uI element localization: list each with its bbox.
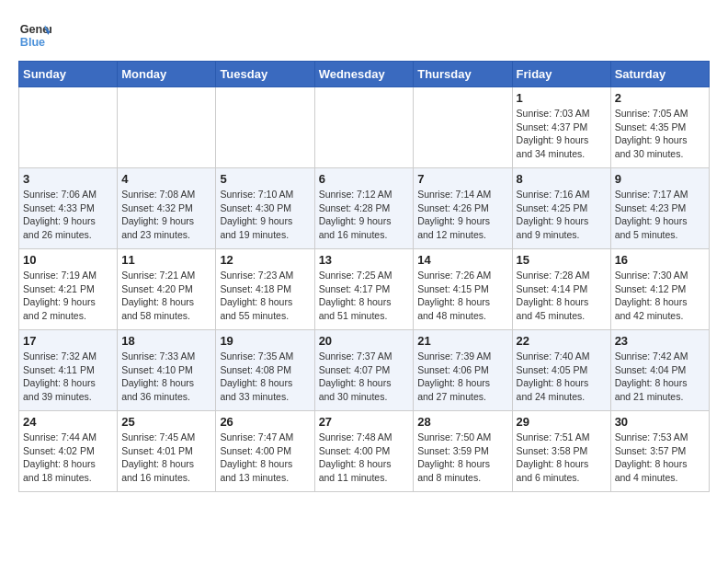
day-info: Sunrise: 7:51 AMSunset: 3:58 PMDaylight:…: [517, 431, 607, 485]
day-cell: 3Sunrise: 7:06 AMSunset: 4:33 PMDaylight…: [19, 168, 118, 249]
header-monday: Monday: [118, 62, 216, 87]
day-cell: 4Sunrise: 7:08 AMSunset: 4:32 PMDaylight…: [118, 168, 216, 249]
day-number: 26: [220, 415, 310, 429]
day-info: Sunrise: 7:17 AMSunset: 4:23 PMDaylight:…: [615, 188, 705, 242]
day-cell: 5Sunrise: 7:10 AMSunset: 4:30 PMDaylight…: [216, 168, 314, 249]
day-cell: 10Sunrise: 7:19 AMSunset: 4:21 PMDayligh…: [19, 249, 118, 330]
logo-icon: General Blue: [18, 18, 51, 52]
day-cell: 27Sunrise: 7:48 AMSunset: 4:00 PMDayligh…: [314, 411, 414, 492]
day-cell: 9Sunrise: 7:17 AMSunset: 4:23 PMDaylight…: [610, 168, 709, 249]
header-tuesday: Tuesday: [216, 62, 314, 87]
header-thursday: Thursday: [414, 62, 512, 87]
day-cell: 8Sunrise: 7:16 AMSunset: 4:25 PMDaylight…: [512, 168, 610, 249]
day-number: 10: [23, 253, 113, 267]
day-number: 17: [23, 334, 113, 348]
day-number: 6: [319, 172, 410, 186]
day-info: Sunrise: 7:37 AMSunset: 4:07 PMDaylight:…: [319, 350, 410, 404]
day-cell: [314, 87, 414, 168]
day-number: 8: [517, 172, 607, 186]
week-row-3: 17Sunrise: 7:32 AMSunset: 4:11 PMDayligh…: [19, 330, 710, 411]
day-cell: 17Sunrise: 7:32 AMSunset: 4:11 PMDayligh…: [19, 330, 118, 411]
day-cell: 18Sunrise: 7:33 AMSunset: 4:10 PMDayligh…: [118, 330, 216, 411]
day-cell: 23Sunrise: 7:42 AMSunset: 4:04 PMDayligh…: [610, 330, 709, 411]
day-info: Sunrise: 7:19 AMSunset: 4:21 PMDaylight:…: [23, 269, 113, 323]
day-info: Sunrise: 7:10 AMSunset: 4:30 PMDaylight:…: [220, 188, 310, 242]
day-info: Sunrise: 7:39 AMSunset: 4:06 PMDaylight:…: [417, 350, 507, 404]
day-info: Sunrise: 7:42 AMSunset: 4:04 PMDaylight:…: [615, 350, 705, 404]
calendar-table: SundayMondayTuesdayWednesdayThursdayFrid…: [18, 61, 710, 492]
week-row-2: 10Sunrise: 7:19 AMSunset: 4:21 PMDayligh…: [19, 249, 710, 330]
day-cell: [118, 87, 216, 168]
day-number: 25: [121, 415, 211, 429]
day-cell: 16Sunrise: 7:30 AMSunset: 4:12 PMDayligh…: [610, 249, 709, 330]
day-cell: 2Sunrise: 7:05 AMSunset: 4:35 PMDaylight…: [610, 87, 709, 168]
day-number: 13: [319, 253, 410, 267]
svg-text:Blue: Blue: [20, 36, 45, 49]
page-header: General Blue: [18, 18, 710, 52]
day-number: 24: [23, 415, 113, 429]
day-number: 14: [417, 253, 507, 267]
week-row-1: 3Sunrise: 7:06 AMSunset: 4:33 PMDaylight…: [19, 168, 710, 249]
header-friday: Friday: [512, 62, 610, 87]
day-cell: 20Sunrise: 7:37 AMSunset: 4:07 PMDayligh…: [314, 330, 414, 411]
day-cell: 15Sunrise: 7:28 AMSunset: 4:14 PMDayligh…: [512, 249, 610, 330]
day-cell: 7Sunrise: 7:14 AMSunset: 4:26 PMDaylight…: [414, 168, 512, 249]
calendar-header-row: SundayMondayTuesdayWednesdayThursdayFrid…: [19, 62, 710, 87]
day-cell: 1Sunrise: 7:03 AMSunset: 4:37 PMDaylight…: [512, 87, 610, 168]
day-info: Sunrise: 7:03 AMSunset: 4:37 PMDaylight:…: [517, 107, 607, 161]
day-number: 12: [220, 253, 310, 267]
day-cell: 29Sunrise: 7:51 AMSunset: 3:58 PMDayligh…: [512, 411, 610, 492]
day-number: 30: [615, 415, 705, 429]
day-info: Sunrise: 7:25 AMSunset: 4:17 PMDaylight:…: [319, 269, 410, 323]
day-number: 19: [220, 334, 310, 348]
day-cell: 26Sunrise: 7:47 AMSunset: 4:00 PMDayligh…: [216, 411, 314, 492]
day-info: Sunrise: 7:40 AMSunset: 4:05 PMDaylight:…: [517, 350, 607, 404]
day-cell: 28Sunrise: 7:50 AMSunset: 3:59 PMDayligh…: [414, 411, 512, 492]
day-number: 29: [517, 415, 607, 429]
day-number: 2: [615, 91, 705, 105]
day-info: Sunrise: 7:45 AMSunset: 4:01 PMDaylight:…: [121, 431, 211, 485]
day-info: Sunrise: 7:33 AMSunset: 4:10 PMDaylight:…: [121, 350, 211, 404]
day-number: 21: [417, 334, 507, 348]
day-info: Sunrise: 7:32 AMSunset: 4:11 PMDaylight:…: [23, 350, 113, 404]
day-number: 11: [121, 253, 211, 267]
week-row-4: 24Sunrise: 7:44 AMSunset: 4:02 PMDayligh…: [19, 411, 710, 492]
day-info: Sunrise: 7:14 AMSunset: 4:26 PMDaylight:…: [417, 188, 507, 242]
day-info: Sunrise: 7:05 AMSunset: 4:35 PMDaylight:…: [615, 107, 705, 161]
day-info: Sunrise: 7:47 AMSunset: 4:00 PMDaylight:…: [220, 431, 310, 485]
logo: General Blue: [18, 18, 51, 52]
day-number: 15: [517, 253, 607, 267]
day-info: Sunrise: 7:53 AMSunset: 3:57 PMDaylight:…: [615, 431, 705, 485]
day-cell: [19, 87, 118, 168]
day-info: Sunrise: 7:12 AMSunset: 4:28 PMDaylight:…: [319, 188, 410, 242]
day-number: 23: [615, 334, 705, 348]
day-number: 5: [220, 172, 310, 186]
day-cell: 25Sunrise: 7:45 AMSunset: 4:01 PMDayligh…: [118, 411, 216, 492]
day-cell: [414, 87, 512, 168]
header-saturday: Saturday: [610, 62, 709, 87]
day-info: Sunrise: 7:16 AMSunset: 4:25 PMDaylight:…: [517, 188, 607, 242]
day-number: 4: [121, 172, 211, 186]
day-number: 3: [23, 172, 113, 186]
day-info: Sunrise: 7:08 AMSunset: 4:32 PMDaylight:…: [121, 188, 211, 242]
day-cell: 30Sunrise: 7:53 AMSunset: 3:57 PMDayligh…: [610, 411, 709, 492]
day-number: 20: [319, 334, 410, 348]
day-cell: 24Sunrise: 7:44 AMSunset: 4:02 PMDayligh…: [19, 411, 118, 492]
day-number: 9: [615, 172, 705, 186]
day-info: Sunrise: 7:50 AMSunset: 3:59 PMDaylight:…: [417, 431, 507, 485]
header-sunday: Sunday: [19, 62, 118, 87]
day-info: Sunrise: 7:21 AMSunset: 4:20 PMDaylight:…: [121, 269, 211, 323]
day-number: 27: [319, 415, 410, 429]
day-info: Sunrise: 7:06 AMSunset: 4:33 PMDaylight:…: [23, 188, 113, 242]
day-number: 16: [615, 253, 705, 267]
day-number: 7: [417, 172, 507, 186]
day-cell: 14Sunrise: 7:26 AMSunset: 4:15 PMDayligh…: [414, 249, 512, 330]
day-info: Sunrise: 7:35 AMSunset: 4:08 PMDaylight:…: [220, 350, 310, 404]
day-number: 22: [517, 334, 607, 348]
day-cell: [216, 87, 314, 168]
day-cell: 12Sunrise: 7:23 AMSunset: 4:18 PMDayligh…: [216, 249, 314, 330]
day-info: Sunrise: 7:26 AMSunset: 4:15 PMDaylight:…: [417, 269, 507, 323]
day-cell: 22Sunrise: 7:40 AMSunset: 4:05 PMDayligh…: [512, 330, 610, 411]
day-number: 1: [517, 91, 607, 105]
header-wednesday: Wednesday: [314, 62, 414, 87]
